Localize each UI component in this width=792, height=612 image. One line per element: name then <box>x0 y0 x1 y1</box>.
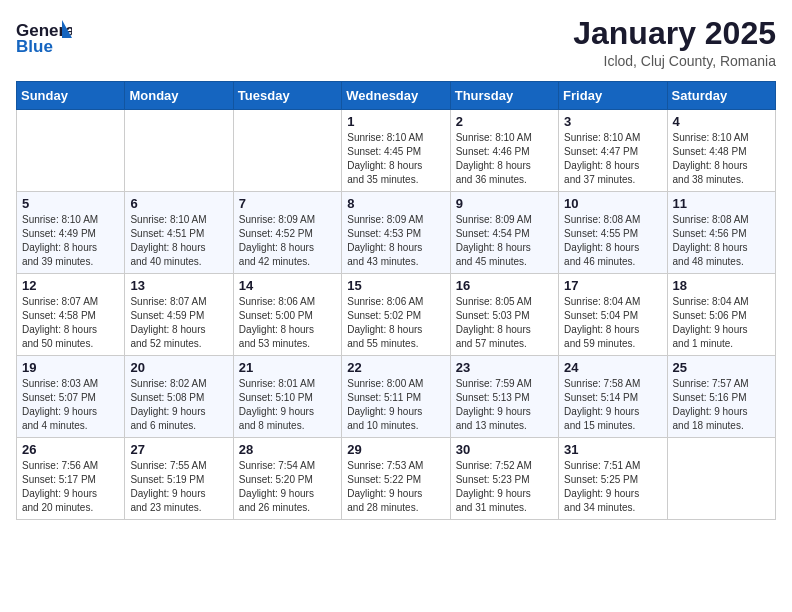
calendar-cell: 26Sunrise: 7:56 AM Sunset: 5:17 PM Dayli… <box>17 438 125 520</box>
calendar-cell: 20Sunrise: 8:02 AM Sunset: 5:08 PM Dayli… <box>125 356 233 438</box>
day-info: Sunrise: 7:54 AM Sunset: 5:20 PM Dayligh… <box>239 459 336 515</box>
day-number: 29 <box>347 442 444 457</box>
day-info: Sunrise: 7:56 AM Sunset: 5:17 PM Dayligh… <box>22 459 119 515</box>
day-info: Sunrise: 8:07 AM Sunset: 4:59 PM Dayligh… <box>130 295 227 351</box>
day-number: 2 <box>456 114 553 129</box>
weekday-header-monday: Monday <box>125 82 233 110</box>
calendar-cell: 3Sunrise: 8:10 AM Sunset: 4:47 PM Daylig… <box>559 110 667 192</box>
day-number: 30 <box>456 442 553 457</box>
week-row-2: 12Sunrise: 8:07 AM Sunset: 4:58 PM Dayli… <box>17 274 776 356</box>
weekday-header-saturday: Saturday <box>667 82 775 110</box>
calendar-cell <box>125 110 233 192</box>
day-info: Sunrise: 8:09 AM Sunset: 4:54 PM Dayligh… <box>456 213 553 269</box>
weekday-header-wednesday: Wednesday <box>342 82 450 110</box>
calendar-cell: 31Sunrise: 7:51 AM Sunset: 5:25 PM Dayli… <box>559 438 667 520</box>
calendar-table: SundayMondayTuesdayWednesdayThursdayFrid… <box>16 81 776 520</box>
day-number: 14 <box>239 278 336 293</box>
calendar-cell: 11Sunrise: 8:08 AM Sunset: 4:56 PM Dayli… <box>667 192 775 274</box>
day-info: Sunrise: 8:08 AM Sunset: 4:56 PM Dayligh… <box>673 213 770 269</box>
day-info: Sunrise: 8:06 AM Sunset: 5:02 PM Dayligh… <box>347 295 444 351</box>
day-number: 16 <box>456 278 553 293</box>
day-number: 28 <box>239 442 336 457</box>
svg-text:Blue: Blue <box>16 37 53 56</box>
calendar-cell: 19Sunrise: 8:03 AM Sunset: 5:07 PM Dayli… <box>17 356 125 438</box>
calendar-cell: 10Sunrise: 8:08 AM Sunset: 4:55 PM Dayli… <box>559 192 667 274</box>
day-number: 24 <box>564 360 661 375</box>
day-info: Sunrise: 8:00 AM Sunset: 5:11 PM Dayligh… <box>347 377 444 433</box>
calendar-cell <box>17 110 125 192</box>
week-row-0: 1Sunrise: 8:10 AM Sunset: 4:45 PM Daylig… <box>17 110 776 192</box>
calendar-cell: 18Sunrise: 8:04 AM Sunset: 5:06 PM Dayli… <box>667 274 775 356</box>
day-number: 21 <box>239 360 336 375</box>
day-info: Sunrise: 7:58 AM Sunset: 5:14 PM Dayligh… <box>564 377 661 433</box>
day-number: 1 <box>347 114 444 129</box>
day-number: 12 <box>22 278 119 293</box>
calendar-cell <box>233 110 341 192</box>
calendar-cell: 25Sunrise: 7:57 AM Sunset: 5:16 PM Dayli… <box>667 356 775 438</box>
day-info: Sunrise: 8:04 AM Sunset: 5:04 PM Dayligh… <box>564 295 661 351</box>
day-number: 27 <box>130 442 227 457</box>
day-info: Sunrise: 8:09 AM Sunset: 4:53 PM Dayligh… <box>347 213 444 269</box>
calendar-cell: 7Sunrise: 8:09 AM Sunset: 4:52 PM Daylig… <box>233 192 341 274</box>
day-number: 10 <box>564 196 661 211</box>
calendar-cell: 6Sunrise: 8:10 AM Sunset: 4:51 PM Daylig… <box>125 192 233 274</box>
day-info: Sunrise: 7:55 AM Sunset: 5:19 PM Dayligh… <box>130 459 227 515</box>
day-info: Sunrise: 7:57 AM Sunset: 5:16 PM Dayligh… <box>673 377 770 433</box>
week-row-4: 26Sunrise: 7:56 AM Sunset: 5:17 PM Dayli… <box>17 438 776 520</box>
calendar-cell: 23Sunrise: 7:59 AM Sunset: 5:13 PM Dayli… <box>450 356 558 438</box>
calendar-location: Iclod, Cluj County, Romania <box>573 53 776 69</box>
day-number: 18 <box>673 278 770 293</box>
calendar-cell: 8Sunrise: 8:09 AM Sunset: 4:53 PM Daylig… <box>342 192 450 274</box>
day-number: 23 <box>456 360 553 375</box>
day-info: Sunrise: 8:03 AM Sunset: 5:07 PM Dayligh… <box>22 377 119 433</box>
calendar-cell: 13Sunrise: 8:07 AM Sunset: 4:59 PM Dayli… <box>125 274 233 356</box>
day-number: 15 <box>347 278 444 293</box>
calendar-cell: 2Sunrise: 8:10 AM Sunset: 4:46 PM Daylig… <box>450 110 558 192</box>
week-row-3: 19Sunrise: 8:03 AM Sunset: 5:07 PM Dayli… <box>17 356 776 438</box>
calendar-cell: 1Sunrise: 8:10 AM Sunset: 4:45 PM Daylig… <box>342 110 450 192</box>
weekday-header-row: SundayMondayTuesdayWednesdayThursdayFrid… <box>17 82 776 110</box>
day-info: Sunrise: 7:52 AM Sunset: 5:23 PM Dayligh… <box>456 459 553 515</box>
day-info: Sunrise: 7:51 AM Sunset: 5:25 PM Dayligh… <box>564 459 661 515</box>
calendar-cell: 17Sunrise: 8:04 AM Sunset: 5:04 PM Dayli… <box>559 274 667 356</box>
calendar-cell: 16Sunrise: 8:05 AM Sunset: 5:03 PM Dayli… <box>450 274 558 356</box>
day-info: Sunrise: 8:09 AM Sunset: 4:52 PM Dayligh… <box>239 213 336 269</box>
page-header: General Blue January 2025 Iclod, Cluj Co… <box>16 16 776 69</box>
day-number: 9 <box>456 196 553 211</box>
calendar-cell: 14Sunrise: 8:06 AM Sunset: 5:00 PM Dayli… <box>233 274 341 356</box>
calendar-cell: 29Sunrise: 7:53 AM Sunset: 5:22 PM Dayli… <box>342 438 450 520</box>
calendar-cell: 4Sunrise: 8:10 AM Sunset: 4:48 PM Daylig… <box>667 110 775 192</box>
logo-icon: General Blue <box>16 16 72 60</box>
day-info: Sunrise: 8:08 AM Sunset: 4:55 PM Dayligh… <box>564 213 661 269</box>
day-number: 11 <box>673 196 770 211</box>
calendar-cell: 21Sunrise: 8:01 AM Sunset: 5:10 PM Dayli… <box>233 356 341 438</box>
day-info: Sunrise: 7:59 AM Sunset: 5:13 PM Dayligh… <box>456 377 553 433</box>
calendar-cell: 28Sunrise: 7:54 AM Sunset: 5:20 PM Dayli… <box>233 438 341 520</box>
day-number: 20 <box>130 360 227 375</box>
day-info: Sunrise: 8:10 AM Sunset: 4:45 PM Dayligh… <box>347 131 444 187</box>
day-number: 3 <box>564 114 661 129</box>
day-number: 26 <box>22 442 119 457</box>
calendar-title: January 2025 <box>573 16 776 51</box>
day-info: Sunrise: 8:10 AM Sunset: 4:47 PM Dayligh… <box>564 131 661 187</box>
weekday-header-friday: Friday <box>559 82 667 110</box>
day-info: Sunrise: 8:10 AM Sunset: 4:51 PM Dayligh… <box>130 213 227 269</box>
calendar-cell: 22Sunrise: 8:00 AM Sunset: 5:11 PM Dayli… <box>342 356 450 438</box>
day-number: 7 <box>239 196 336 211</box>
calendar-cell: 5Sunrise: 8:10 AM Sunset: 4:49 PM Daylig… <box>17 192 125 274</box>
day-number: 22 <box>347 360 444 375</box>
day-number: 25 <box>673 360 770 375</box>
calendar-cell: 24Sunrise: 7:58 AM Sunset: 5:14 PM Dayli… <box>559 356 667 438</box>
calendar-cell: 15Sunrise: 8:06 AM Sunset: 5:02 PM Dayli… <box>342 274 450 356</box>
day-info: Sunrise: 8:01 AM Sunset: 5:10 PM Dayligh… <box>239 377 336 433</box>
day-number: 31 <box>564 442 661 457</box>
day-number: 8 <box>347 196 444 211</box>
title-block: January 2025 Iclod, Cluj County, Romania <box>573 16 776 69</box>
day-info: Sunrise: 8:05 AM Sunset: 5:03 PM Dayligh… <box>456 295 553 351</box>
day-number: 4 <box>673 114 770 129</box>
calendar-cell: 30Sunrise: 7:52 AM Sunset: 5:23 PM Dayli… <box>450 438 558 520</box>
day-info: Sunrise: 8:07 AM Sunset: 4:58 PM Dayligh… <box>22 295 119 351</box>
calendar-cell: 12Sunrise: 8:07 AM Sunset: 4:58 PM Dayli… <box>17 274 125 356</box>
weekday-header-sunday: Sunday <box>17 82 125 110</box>
day-number: 19 <box>22 360 119 375</box>
